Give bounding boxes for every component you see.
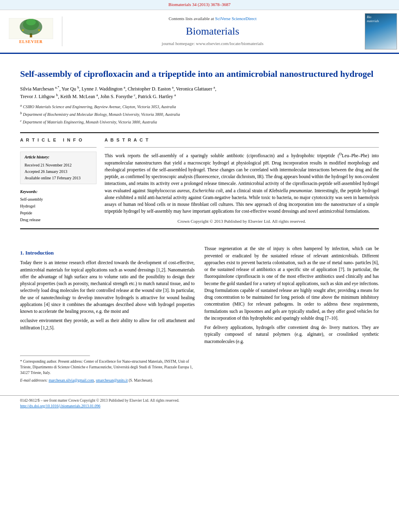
such-word-1: such xyxy=(298,260,306,265)
affiliation-b: Department of Biochemistry and Molecular… xyxy=(23,112,180,117)
abstract-body: This work reports the self-assembly of a… xyxy=(105,152,379,215)
affiliations: a CSIRO Materials Science and Engineerin… xyxy=(20,103,379,126)
svg-point-5 xyxy=(22,29,24,31)
abstract-col: A B S T R A C T This work reports the se… xyxy=(105,137,379,225)
right-para-2: For delivery applications, hydrogels off… xyxy=(204,324,379,345)
right-para-1: Tissue regeneration at the site of injur… xyxy=(204,245,379,322)
citation-text: Biomaterials 34 (2013) 3678–3687 xyxy=(169,2,230,7)
biomaterials-cover: Biomaterials xyxy=(365,13,397,49)
main-col-left: 1. Introduction Today there is an intens… xyxy=(20,245,195,383)
elsevier-tree-logo xyxy=(9,18,53,39)
received-date: Received 21 November 2012 xyxy=(25,163,72,167)
keywords-label: Keywords: xyxy=(20,189,97,195)
header-divider xyxy=(20,132,379,133)
email-link-1[interactable]: marchesan.silvia@gmail.com xyxy=(49,378,94,382)
authors-line: Silvia Marchesan a,*, Yue Qu b, Lynne J.… xyxy=(20,85,379,100)
main-col-right: Tissue regeneration at the site of injur… xyxy=(204,245,379,383)
cover-title: Biomaterials xyxy=(367,15,379,23)
article-info-col: A R T I C L E I N F O Article history: R… xyxy=(20,137,97,225)
article-header-section: Self-assembly of ciprofloxacin and a tri… xyxy=(0,54,399,242)
prolonged-word: prolonged xyxy=(184,181,203,186)
the-word: the xyxy=(104,309,109,314)
available-date: Available online 17 February 2013 xyxy=(25,176,80,180)
intro-para-2: occlusive environment they provide, as w… xyxy=(20,317,195,331)
journal-header: ELSEVIER Contents lists available at Sci… xyxy=(0,10,399,54)
keyword-drug-release: Drug release xyxy=(20,216,97,223)
journal-citation-bar: Biomaterials 34 (2013) 3678–3687 xyxy=(0,0,399,10)
intro-section-title: 1. Introduction xyxy=(20,249,195,257)
keywords-list: Self-assembly Hydrogel Peptide Drug rele… xyxy=(20,196,97,223)
elsevier-brand-text: ELSEVIER xyxy=(19,39,43,45)
journal-cover-image: Biomaterials xyxy=(363,13,399,49)
email-link-2[interactable]: smarchesan@units.it xyxy=(96,378,128,382)
keyword-hydrogel: Hydrogel xyxy=(20,203,97,210)
abstract-section-label: A B S T R A C T xyxy=(105,137,379,144)
article-title: Self-assembly of ciprofloxacin and a tri… xyxy=(20,68,379,80)
affiliation-c: Department of Materials Engineering, Mon… xyxy=(23,120,157,125)
elsevier-logo-section: ELSEVIER xyxy=(0,16,62,47)
doi-line: http://dx.doi.org/10.1016/j.biomaterials… xyxy=(20,404,379,409)
info-abstract-section: A R T I C L E I N F O Article history: R… xyxy=(20,137,379,225)
intro-para-1: Today there is an intense research effor… xyxy=(20,259,195,315)
homepage-line: journal homepage: www.elsevier.com/locat… xyxy=(70,41,355,47)
main-content: 1. Introduction Today there is an intens… xyxy=(0,241,399,391)
article-history-box: Article history: Received 21 November 20… xyxy=(20,152,97,184)
sciverse-line: Contents lists available at SciVerse Sci… xyxy=(70,16,355,22)
they-word: they xyxy=(64,318,72,323)
footnote-divider xyxy=(20,355,90,356)
affiliation-a: CSIRO Materials Science and Engineering,… xyxy=(23,105,176,109)
article-dates: Received 21 November 2012 Accepted 26 Ja… xyxy=(25,162,92,181)
svg-point-4 xyxy=(26,19,36,25)
article-history-label: Article history: xyxy=(25,154,92,160)
keywords-section: Keywords: Self-assembly Hydrogel Peptide… xyxy=(20,189,97,224)
footnote-email: E-mail addresses: marchesan.silvia@gmail… xyxy=(20,378,195,383)
footnote-corresponding: * Corresponding author. Present address:… xyxy=(20,359,195,376)
abstract-end-divider xyxy=(20,228,379,229)
keyword-peptide: Peptide xyxy=(20,210,97,216)
such-word-2: such xyxy=(229,309,238,314)
main-two-col: 1. Introduction Today there is an intens… xyxy=(20,245,379,383)
copyright-line: Crown Copyright © 2013 Published by Else… xyxy=(105,218,379,225)
accepted-date: Accepted 26 January 2013 xyxy=(25,169,67,174)
abstract-divider xyxy=(105,147,379,148)
keyword-self-assembly: Self-assembly xyxy=(20,196,97,203)
journal-center-header: Contents lists available at SciVerse Sci… xyxy=(62,14,363,49)
bottom-info-bar: 0142-9612/$ – see front matter Crown Cop… xyxy=(0,395,399,412)
journal-name: Biomaterials xyxy=(70,24,355,39)
svg-point-6 xyxy=(38,29,40,31)
sciverse-link[interactable]: SciVerse ScienceDirect xyxy=(215,16,257,21)
doi-link[interactable]: http://dx.doi.org/10.1016/j.biomaterials… xyxy=(20,404,101,408)
article-info-section-label: A R T I C L E I N F O xyxy=(20,137,97,144)
issn-line: 0142-9612/$ – see front matter Crown Cop… xyxy=(20,398,379,404)
info-divider xyxy=(20,147,97,148)
